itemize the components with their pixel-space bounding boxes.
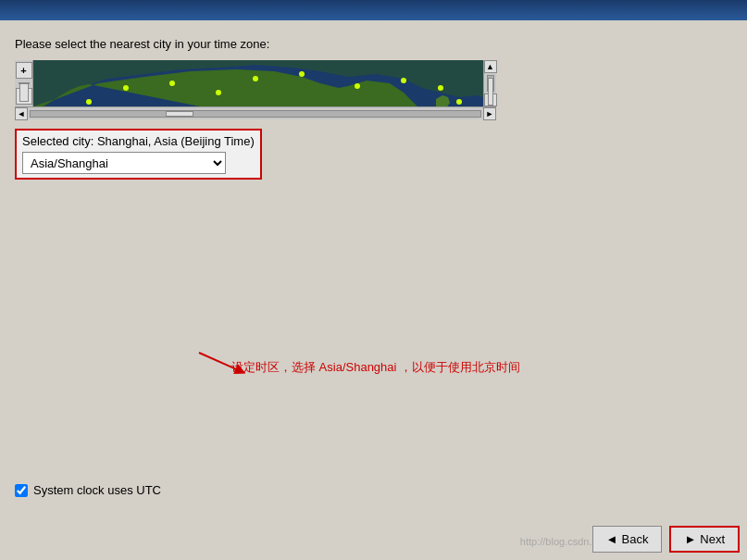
bottom-scroll-thumb[interactable]	[166, 111, 193, 117]
svg-point-5	[253, 76, 258, 81]
bottom-scroll-track	[30, 110, 481, 118]
next-button[interactable]: ► Next	[669, 526, 740, 553]
map-right-scrollbar[interactable]: ▲ ▼	[483, 60, 496, 106]
map-wrapper: + −	[15, 60, 496, 119]
back-arrow-icon: ◄	[606, 532, 618, 546]
right-scroll-thumb[interactable]	[488, 78, 493, 106]
svg-point-8	[401, 78, 406, 83]
zoom-in-button[interactable]: +	[16, 62, 32, 79]
svg-point-7	[355, 83, 360, 89]
next-label: Next	[700, 532, 725, 546]
svg-point-4	[216, 90, 221, 95]
scroll-up-button[interactable]: ▲	[484, 60, 497, 73]
selected-city-box: Selected city: Shanghai, Asia (Beijing T…	[15, 129, 262, 180]
svg-point-3	[169, 81, 175, 86]
next-arrow-icon: ►	[684, 532, 696, 546]
content-area: Please select the nearest city in your t…	[0, 30, 747, 187]
zoom-thumb[interactable]	[19, 83, 29, 102]
map-svg: Shanghai	[33, 60, 483, 106]
bottom-buttons: ◄ Back ► Next	[592, 526, 740, 553]
system-clock-label: System clock uses UTC	[33, 483, 161, 497]
scroll-left-button[interactable]: ◄	[15, 107, 28, 120]
zoom-track	[19, 82, 30, 84]
map-area[interactable]: Shanghai	[33, 60, 483, 106]
system-clock-row: System clock uses UTC	[15, 483, 161, 497]
system-clock-checkbox[interactable]	[15, 484, 28, 497]
scroll-right-button[interactable]: ►	[483, 107, 496, 120]
bottom-scrollbar[interactable]: ◄ ►	[15, 106, 496, 119]
svg-point-6	[299, 71, 305, 77]
svg-point-2	[123, 85, 129, 91]
svg-point-1	[86, 99, 92, 105]
svg-point-9	[438, 85, 443, 91]
left-scroll-panel: + −	[15, 60, 33, 106]
svg-point-10	[456, 99, 462, 105]
annotation-text: 设定时区，选择 Asia/Shanghai ，以便于使用北京时间	[231, 359, 520, 376]
back-label: Back	[621, 532, 648, 546]
instruction-text: Please select the nearest city in your t…	[15, 37, 732, 51]
selected-city-label: Selected city: Shanghai, Asia (Beijing T…	[22, 134, 255, 148]
right-scroll-track	[487, 75, 494, 92]
back-button[interactable]: ◄ Back	[592, 526, 663, 553]
top-bar	[0, 0, 747, 20]
timezone-select[interactable]: Asia/Shanghai Asia/Beijing Asia/Tokyo As…	[22, 152, 226, 174]
map-main: + −	[15, 60, 496, 106]
